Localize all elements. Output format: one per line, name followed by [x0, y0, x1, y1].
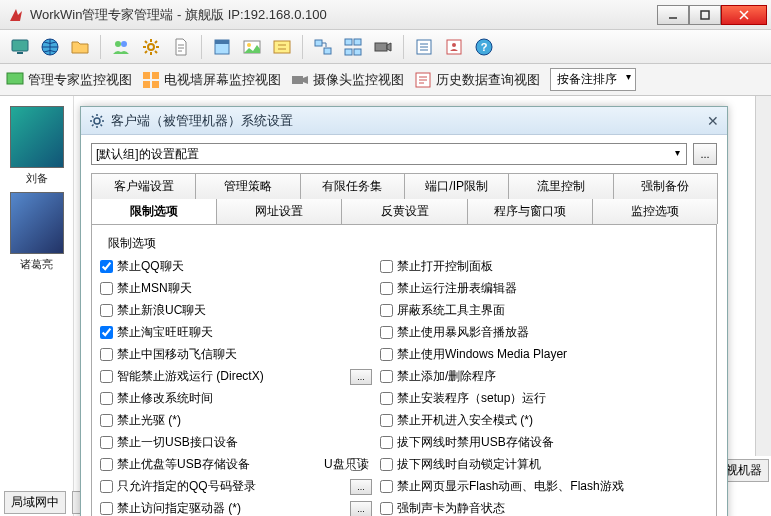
svg-point-31 — [94, 118, 100, 124]
dialog-titlebar: 客户端（被管理机器）系统设置 ✕ — [81, 107, 727, 135]
chk-safemode[interactable] — [380, 414, 393, 427]
camera-icon[interactable] — [369, 33, 397, 61]
tab-flow-control[interactable]: 流里控制 — [508, 173, 613, 199]
chk-directx-games[interactable] — [100, 370, 113, 383]
svg-rect-12 — [315, 40, 322, 46]
list-icon[interactable] — [410, 33, 438, 61]
chk-mute[interactable] — [380, 502, 393, 515]
help-icon[interactable]: ? — [470, 33, 498, 61]
detail-button[interactable]: ... — [350, 479, 372, 495]
gear-icon[interactable] — [137, 33, 165, 61]
view-tab-history[interactable]: 历史数据查询视图 — [414, 71, 540, 89]
svg-rect-2 — [17, 52, 23, 54]
tab-antiporn[interactable]: 反黄设置 — [341, 199, 467, 224]
chk-regedit[interactable] — [380, 282, 393, 295]
svg-rect-26 — [152, 72, 159, 79]
view-tabs: 管理专家监控视图 电视墙屏幕监控视图 摄像头监控视图 历史数据查询视图 按备注排… — [0, 64, 771, 96]
tab-manage-policy[interactable]: 管理策略 — [195, 173, 300, 199]
chk-usb-storage[interactable] — [100, 458, 113, 471]
chk-all-usb[interactable] — [100, 436, 113, 449]
chk-systools[interactable] — [380, 304, 393, 317]
transfer-icon[interactable] — [309, 33, 337, 61]
chk-drives[interactable] — [100, 502, 113, 515]
svg-rect-13 — [324, 48, 331, 54]
window-icon[interactable] — [208, 33, 236, 61]
config-group-dropdown[interactable]: [默认组]的设置配置 — [91, 143, 687, 165]
close-button[interactable] — [721, 5, 767, 25]
client-thumbnail[interactable]: 刘备 — [7, 106, 67, 188]
document-icon[interactable] — [167, 33, 195, 61]
folder-icon[interactable] — [66, 33, 94, 61]
chk-qq[interactable] — [100, 260, 113, 273]
svg-rect-16 — [345, 49, 352, 55]
main-toolbar: ? — [0, 30, 771, 64]
settings-icon — [89, 113, 105, 129]
svg-rect-0 — [701, 11, 709, 19]
tab-force-backup[interactable]: 强制备份 — [613, 173, 718, 199]
main-titlebar: WorkWin管理专家管理端 - 旗舰版 IP:192.168.0.100 — [0, 0, 771, 30]
thumbnails-panel: 刘备 诸葛亮 — [0, 96, 74, 516]
chk-wangwang[interactable] — [100, 326, 113, 339]
chk-baofeng[interactable] — [380, 326, 393, 339]
tab-port-ip[interactable]: 端口/IP限制 — [404, 173, 509, 199]
svg-rect-28 — [152, 81, 159, 88]
dialog-close-icon[interactable]: ✕ — [707, 113, 719, 129]
chk-sina-uc[interactable] — [100, 304, 113, 317]
view-tab-camera[interactable]: 摄像头监控视图 — [291, 71, 404, 89]
maximize-button[interactable] — [689, 5, 721, 25]
app-icon — [8, 7, 24, 23]
svg-rect-25 — [143, 72, 150, 79]
svg-rect-14 — [345, 39, 352, 45]
tab-limited-tasks[interactable]: 有限任务集 — [300, 173, 405, 199]
screenshot-icon[interactable] — [268, 33, 296, 61]
picture-icon[interactable] — [238, 33, 266, 61]
svg-rect-15 — [354, 39, 361, 45]
svg-rect-29 — [292, 76, 303, 84]
group-legend: 限制选项 — [104, 235, 160, 252]
tab-restrictions[interactable]: 限制选项 — [91, 199, 217, 224]
svg-rect-8 — [215, 40, 229, 44]
broadcast-icon[interactable] — [339, 33, 367, 61]
detail-button[interactable]: ... — [350, 369, 372, 385]
view-tab-monitor[interactable]: 管理专家监控视图 — [6, 71, 132, 89]
chk-systime[interactable] — [100, 392, 113, 405]
sort-dropdown[interactable]: 按备注排序 — [550, 68, 636, 91]
config-more-button[interactable]: ... — [693, 143, 717, 165]
svg-rect-11 — [274, 41, 290, 53]
chk-qq-whitelist[interactable] — [100, 480, 113, 493]
chk-nonet-lock[interactable] — [380, 458, 393, 471]
tab-client-settings[interactable]: 客户端设置 — [91, 173, 196, 199]
users-icon[interactable] — [107, 33, 135, 61]
svg-rect-27 — [143, 81, 150, 88]
minimize-button[interactable] — [657, 5, 689, 25]
view-tab-tvwall[interactable]: 电视墙屏幕监控视图 — [142, 71, 281, 89]
detail-button[interactable]: ... — [350, 501, 372, 517]
scrollbar[interactable] — [755, 96, 771, 456]
chk-cdrom[interactable] — [100, 414, 113, 427]
chk-fetion[interactable] — [100, 348, 113, 361]
chk-ctrlpanel[interactable] — [380, 260, 393, 273]
chk-addremove[interactable] — [380, 370, 393, 383]
chk-nonet-usb[interactable] — [380, 436, 393, 449]
chk-flash[interactable] — [380, 480, 393, 493]
contact-icon[interactable] — [440, 33, 468, 61]
svg-point-6 — [148, 44, 154, 50]
svg-rect-18 — [375, 43, 387, 51]
chk-setup[interactable] — [380, 392, 393, 405]
svg-rect-24 — [7, 73, 23, 84]
svg-point-21 — [452, 43, 456, 47]
dialog-title: 客户端（被管理机器）系统设置 — [111, 112, 293, 130]
monitor-icon[interactable] — [6, 33, 34, 61]
svg-point-5 — [121, 41, 127, 47]
client-thumbnail[interactable]: 诸葛亮 — [7, 192, 67, 274]
status-chip[interactable]: 局域网中 — [4, 491, 66, 514]
tab-program-window[interactable]: 程序与窗口项 — [467, 199, 593, 224]
chk-wmp[interactable] — [380, 348, 393, 361]
svg-point-4 — [115, 41, 121, 47]
chk-msn[interactable] — [100, 282, 113, 295]
tab-url-settings[interactable]: 网址设置 — [216, 199, 342, 224]
window-title: WorkWin管理专家管理端 - 旗舰版 IP:192.168.0.100 — [30, 6, 657, 24]
tab-monitor-options[interactable]: 监控选项 — [592, 199, 718, 224]
globe-icon[interactable] — [36, 33, 64, 61]
restrictions-group: 限制选项 禁止QQ聊天 禁止打开控制面板 禁止MSN聊天 禁止运行注册表编辑器 … — [91, 224, 717, 516]
